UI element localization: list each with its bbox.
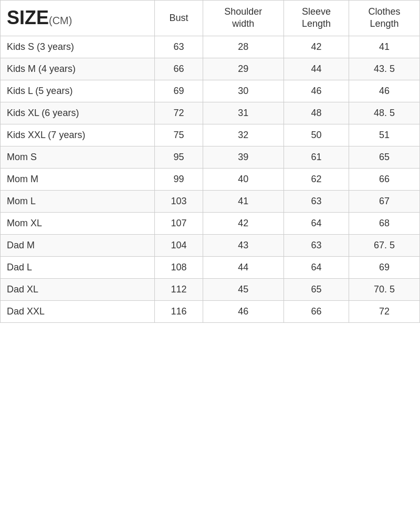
clothes-cell: 67. 5: [349, 234, 420, 256]
sleeve-cell: 50: [284, 124, 349, 146]
size-chart-container: SIZE(CM) Bust Shoulderwidth SleeveLength…: [0, 0, 420, 323]
table-row: Kids M (4 years)66294443. 5: [1, 58, 420, 80]
shoulder-cell: 43: [203, 234, 284, 256]
sleeve-column-header: SleeveLength: [284, 1, 349, 36]
bust-column-header: Bust: [155, 1, 203, 36]
table-row: Mom M99406266: [1, 168, 420, 190]
clothes-cell: 51: [349, 124, 420, 146]
size-column-header: SIZE(CM): [1, 1, 155, 36]
shoulder-cell: 40: [203, 168, 284, 190]
size-table: SIZE(CM) Bust Shoulderwidth SleeveLength…: [0, 0, 420, 323]
clothes-cell: 46: [349, 80, 420, 102]
size-cell: Kids L (5 years): [1, 80, 155, 102]
table-header-row: SIZE(CM) Bust Shoulderwidth SleeveLength…: [1, 1, 420, 36]
clothes-cell: 43. 5: [349, 58, 420, 80]
bust-cell: 99: [155, 168, 203, 190]
sleeve-cell: 48: [284, 102, 349, 124]
size-cell: Dad XL: [1, 278, 155, 300]
shoulder-cell: 45: [203, 278, 284, 300]
bust-cell: 107: [155, 212, 203, 234]
clothes-cell: 68: [349, 212, 420, 234]
sleeve-cell: 64: [284, 212, 349, 234]
clothes-cell: 41: [349, 36, 420, 58]
size-cell: Kids S (3 years): [1, 36, 155, 58]
sleeve-cell: 65: [284, 278, 349, 300]
size-cell: Mom XL: [1, 212, 155, 234]
bust-cell: 72: [155, 102, 203, 124]
size-cell: Dad L: [1, 256, 155, 278]
size-cell: Mom M: [1, 168, 155, 190]
shoulder-cell: 44: [203, 256, 284, 278]
shoulder-cell: 46: [203, 300, 284, 322]
bust-cell: 69: [155, 80, 203, 102]
size-cell: Dad XXL: [1, 300, 155, 322]
clothes-column-header: ClothesLength: [349, 1, 420, 36]
shoulder-column-header: Shoulderwidth: [203, 1, 284, 36]
bust-cell: 63: [155, 36, 203, 58]
table-body: Kids S (3 years)63284241Kids M (4 years)…: [1, 36, 420, 322]
sleeve-cell: 61: [284, 146, 349, 168]
shoulder-cell: 42: [203, 212, 284, 234]
clothes-cell: 66: [349, 168, 420, 190]
bust-cell: 112: [155, 278, 203, 300]
table-row: Kids S (3 years)63284241: [1, 36, 420, 58]
sleeve-cell: 63: [284, 234, 349, 256]
sleeve-cell: 66: [284, 300, 349, 322]
shoulder-cell: 39: [203, 146, 284, 168]
clothes-cell: 70. 5: [349, 278, 420, 300]
clothes-cell: 69: [349, 256, 420, 278]
table-row: Dad XL112456570. 5: [1, 278, 420, 300]
clothes-cell: 67: [349, 190, 420, 212]
shoulder-cell: 32: [203, 124, 284, 146]
size-cell: Mom S: [1, 146, 155, 168]
shoulder-cell: 28: [203, 36, 284, 58]
shoulder-cell: 31: [203, 102, 284, 124]
sleeve-cell: 63: [284, 190, 349, 212]
bust-cell: 108: [155, 256, 203, 278]
clothes-cell: 65: [349, 146, 420, 168]
sleeve-cell: 44: [284, 58, 349, 80]
size-cell: Dad M: [1, 234, 155, 256]
table-row: Mom S95396165: [1, 146, 420, 168]
sleeve-cell: 42: [284, 36, 349, 58]
table-row: Dad M104436367. 5: [1, 234, 420, 256]
table-row: Mom XL107426468: [1, 212, 420, 234]
table-row: Dad XXL116466672: [1, 300, 420, 322]
bust-cell: 95: [155, 146, 203, 168]
bust-cell: 103: [155, 190, 203, 212]
table-row: Mom L103416367: [1, 190, 420, 212]
size-cell: Mom L: [1, 190, 155, 212]
table-row: Kids XL (6 years)72314848. 5: [1, 102, 420, 124]
bust-cell: 66: [155, 58, 203, 80]
table-row: Kids XXL (7 years)75325051: [1, 124, 420, 146]
size-cell: Kids XL (6 years): [1, 102, 155, 124]
size-cell: Kids XXL (7 years): [1, 124, 155, 146]
bust-cell: 104: [155, 234, 203, 256]
sleeve-cell: 46: [284, 80, 349, 102]
shoulder-cell: 41: [203, 190, 284, 212]
size-label-unit: (CM): [49, 15, 72, 26]
bust-cell: 75: [155, 124, 203, 146]
sleeve-cell: 64: [284, 256, 349, 278]
table-row: Kids L (5 years)69304646: [1, 80, 420, 102]
table-row: Dad L108446469: [1, 256, 420, 278]
shoulder-cell: 30: [203, 80, 284, 102]
size-cell: Kids M (4 years): [1, 58, 155, 80]
bust-cell: 116: [155, 300, 203, 322]
sleeve-cell: 62: [284, 168, 349, 190]
clothes-cell: 72: [349, 300, 420, 322]
size-label-big: SIZE: [7, 7, 49, 28]
shoulder-cell: 29: [203, 58, 284, 80]
clothes-cell: 48. 5: [349, 102, 420, 124]
